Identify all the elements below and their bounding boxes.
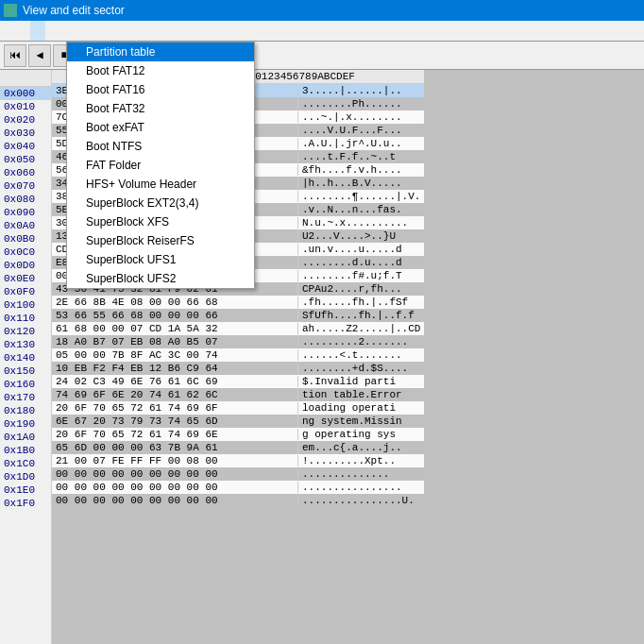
dropdown-item-2[interactable]: Boot FAT16 [67,80,254,99]
ascii-2: ...~.|.x........ [297,111,406,123]
first-button[interactable]: ⏮ [4,44,26,67]
offset-21: 0x150 [0,364,51,378]
ascii-19: .........2....... [297,336,412,347]
offset-11: 0x0B0 [0,232,51,246]
ascii-22: $.Invalid parti [297,376,399,387]
offset-5: 0x050 [0,153,51,166]
menu-viewas[interactable] [30,21,45,41]
ascii-26: g operating sys [297,429,399,440]
hex-row-19: 18 A0 B7 07 EB 08 A0 B5 07.........2....… [52,335,424,348]
ascii-24: loading operati [297,402,399,414]
ascii-14: ........f#.u;f.T [297,270,406,281]
menu-edit[interactable] [15,21,30,41]
dropdown-item-10[interactable]: SuperBlock ReiserFS [67,231,254,250]
hex-bytes-26[interactable]: 20 6F 70 65 72 61 74 69 6E [52,429,297,440]
hex-bytes-17[interactable]: 53 66 55 66 68 00 00 00 66 [52,310,297,321]
hex-bytes-27[interactable]: 65 6D 00 00 00 63 7B 9A 61 [52,442,297,453]
hex-row-17: 53 66 55 66 68 00 00 00 66SfUfh....fh.|.… [52,309,424,322]
hex-bytes-21[interactable]: 10 EB F2 F4 EB 12 B6 C9 64 [52,363,297,374]
dropdown-item-5[interactable]: Boot NTFS [67,137,254,156]
ascii-6: &fh....f.v.h.... [297,164,406,176]
menu-exit[interactable] [60,21,76,41]
hex-bytes-28[interactable]: 21 00 07 FE FF FF 00 08 00 [52,455,297,466]
offset-19: 0x130 [0,338,51,351]
menu-bar [0,21,644,42]
offset-30: 0x1E0 [0,483,51,497]
hex-bytes-31[interactable]: 00 00 00 00 00 00 00 00 00 [52,495,297,506]
hex-bytes-23[interactable]: 74 69 6F 6E 20 74 61 62 6C [52,389,297,400]
offset-13: 0x0D0 [0,259,51,272]
offset-22: 0x160 [0,378,51,391]
offset-8: 0x080 [0,193,51,206]
ascii-4: .A.U.|.jr^.U.u.. [297,138,406,149]
offset-6: 0x060 [0,166,51,179]
ascii-31: ................U. [297,495,418,506]
offset-cells: 0x0000x0100x0200x0300x0400x0500x0600x070… [0,87,51,510]
offset-2: 0x020 [0,113,51,127]
dropdown-list: Partition tableBoot FAT12Boot FAT16Boot … [67,42,254,288]
hex-bytes-20[interactable]: 05 00 00 7B 8F AC 3C 00 74 [52,349,297,361]
dropdown-item-3[interactable]: Boot FAT32 [67,99,254,118]
app-icon [4,4,17,17]
dropdown-item-9[interactable]: SuperBlock XFS [67,212,254,231]
ascii-7: |h..h...B.V..... [297,178,406,189]
hex-bytes-16[interactable]: 2E 66 8B 4E 08 00 00 66 68 [52,297,297,308]
hex-row-20: 05 00 00 7B 8F AC 3C 00 74......<.t.....… [52,348,424,362]
dropdown-item-12[interactable]: SuperBlock UFS2 [67,269,254,288]
ascii-30: ................ [297,482,406,493]
hex-row-28: 21 00 07 FE FF FF 00 08 00!.........Xpt.… [52,454,424,467]
hex-row-27: 65 6D 00 00 00 63 7B 9A 61em...c{.a....j… [52,441,424,454]
ascii-29: .............. [297,468,393,480]
dropdown-item-0[interactable]: Partition table [67,42,254,61]
dropdown-item-1[interactable]: Boot FAT12 [67,61,254,80]
menu-data[interactable] [0,21,15,41]
dropdown-item-11[interactable]: SuperBlock UFS1 [67,250,254,269]
ascii-27: em...c{.a....j.. [297,442,406,453]
ascii-10: N.u.~.x.......... [297,217,412,229]
ascii-28: !.........Xpt.. [297,455,399,466]
hex-row-23: 74 69 6F 6E 20 74 61 62 6Ction table.Err… [52,388,424,401]
hex-row-21: 10 EB F2 F4 EB 12 B6 C9 64........+d.$S.… [52,362,424,375]
hex-bytes-30[interactable]: 00 00 00 00 00 00 00 00 00 [52,482,297,493]
offset-23: 0x170 [0,391,51,404]
ascii-12: .un.v....u.....d [297,244,406,255]
ascii-8: ........¶......|.V. [297,191,424,202]
dropdown-item-8[interactable]: SuperBlock EXT2(3,4) [67,194,254,212]
ascii-23: tion table.Error [297,389,406,400]
ascii-21: ........+d.$S.... [297,363,412,374]
ascii-1: ........Ph...... [297,98,406,110]
hex-row-18: 61 68 00 00 07 CD 1A 5A 32ah.....Z2.....… [52,322,424,335]
hex-bytes-25[interactable]: 6E 67 20 73 79 73 74 65 6D [52,415,297,427]
ascii-25: ng system.Missin [297,415,406,427]
hex-row-25: 6E 67 20 73 79 73 74 65 6Dng system.Miss… [52,415,424,428]
offset-4: 0x040 [0,140,51,153]
offset-29: 0x1D0 [0,470,51,483]
offset-7: 0x070 [0,179,51,193]
hex-bytes-24[interactable]: 20 6F 70 65 72 61 74 69 6F [52,402,297,414]
offset-25: 0x190 [0,417,51,431]
ascii-13: ........d.u....d [297,257,406,268]
view-as-dropdown: Partition tableBoot FAT12Boot FAT16Boot … [66,42,255,289]
ascii-15: CPAu2....r,fh... [297,283,406,295]
ascii-16: .fh.....fh.|..fSf [297,297,412,308]
hex-bytes-19[interactable]: 18 A0 B7 07 EB 08 A0 B5 07 [52,336,297,347]
offset-3: 0x030 [0,127,51,140]
dropdown-item-4[interactable]: Boot exFAT [67,118,254,137]
title-text: View and edit sector [23,4,125,17]
hex-bytes-29[interactable]: 00 00 00 00 00 00 00 00 00 [52,468,297,480]
ascii-11: U2...V....>..}U [297,230,399,242]
prev-button[interactable]: ◀ [28,44,51,67]
offset-1: 0x010 [0,100,51,113]
hex-bytes-18[interactable]: 61 68 00 00 07 CD 1A 5A 32 [52,323,297,334]
ascii-20: ......<.t....... [297,349,406,361]
dropdown-item-7[interactable]: HFS+ Volume Header [67,175,254,194]
hex-row-26: 20 6F 70 65 72 61 74 69 6Eg operating sy… [52,428,424,441]
dropdown-item-6[interactable]: FAT Folder [67,156,254,175]
hex-row-22: 24 02 C3 49 6E 76 61 6C 69$.Invalid part… [52,375,424,388]
offset-31: 0x1F0 [0,497,51,510]
hex-row-29: 00 00 00 00 00 00 00 00 00.............. [52,467,424,481]
menu-options[interactable] [45,21,60,41]
offset-12: 0x0C0 [0,246,51,259]
hex-bytes-22[interactable]: 24 02 C3 49 6E 76 61 6C 69 [52,376,297,387]
hex-row-30: 00 00 00 00 00 00 00 00 00..............… [52,481,424,494]
